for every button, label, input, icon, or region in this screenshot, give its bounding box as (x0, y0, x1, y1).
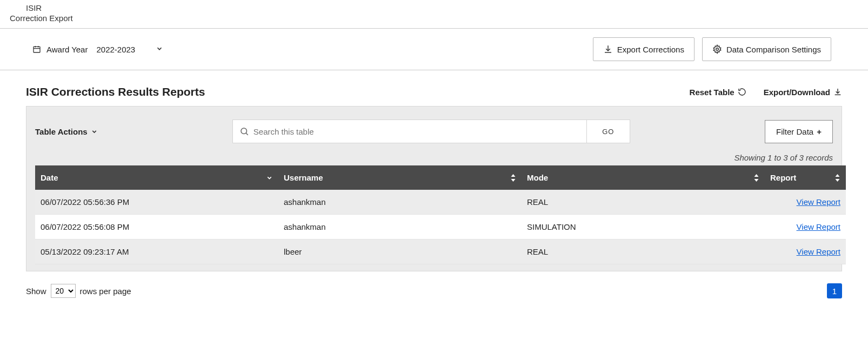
export-corrections-label: Export Corrections (617, 45, 684, 54)
view-report-link[interactable]: View Report (797, 197, 840, 207)
plus-icon: + (817, 127, 822, 136)
filter-data-label: Filter Data (776, 127, 813, 136)
calendar-icon (32, 45, 41, 54)
column-header-username[interactable]: Username (278, 165, 522, 190)
award-year-selector[interactable]: Award Year 2022-2023 (32, 45, 163, 54)
cell-username: lbeer (278, 240, 522, 264)
go-button[interactable]: GO (587, 119, 630, 143)
svg-marker-10 (755, 179, 759, 182)
sort-icon (753, 174, 759, 182)
chevron-down-icon (91, 128, 98, 135)
svg-marker-7 (511, 174, 516, 177)
results-table: Date Username Mode (35, 165, 846, 264)
export-download-label: Export/Download (764, 88, 830, 97)
column-header-mode-label: Mode (527, 173, 548, 182)
chevron-down-icon (156, 45, 163, 54)
column-header-date-label: Date (41, 173, 58, 182)
svg-rect-0 (34, 46, 40, 52)
subbar: Award Year 2022-2023 Export Corrections … (0, 29, 868, 70)
award-year-value: 2022-2023 (96, 45, 135, 54)
cell-date: 06/07/2022 05:56:08 PM (35, 215, 278, 240)
cell-username: ashankman (278, 215, 522, 240)
data-comparison-settings-label: Data Comparison Settings (726, 45, 821, 54)
section-title: ISIR Corrections Results Reports (26, 85, 205, 98)
column-header-report-label: Report (770, 173, 796, 182)
gear-icon (712, 44, 722, 54)
svg-point-4 (716, 48, 719, 51)
search-icon (239, 127, 249, 136)
column-header-username-label: Username (284, 173, 323, 182)
column-header-report[interactable]: Report (765, 165, 846, 190)
svg-marker-11 (836, 174, 840, 177)
page-header: ISIR Correction Export (0, 0, 868, 29)
table-actions-button[interactable]: Table Actions (35, 127, 98, 136)
download-icon (833, 88, 842, 96)
svg-marker-8 (511, 179, 516, 182)
svg-point-5 (241, 128, 247, 134)
data-comparison-settings-button[interactable]: Data Comparison Settings (702, 37, 831, 61)
search-box (232, 119, 587, 143)
table-row: 05/13/2022 09:23:17 AMlbeerREALView Repo… (35, 240, 846, 264)
download-icon (603, 44, 613, 54)
sort-desc-icon (266, 174, 273, 181)
page-1-button[interactable]: 1 (827, 283, 842, 298)
search-input[interactable] (253, 127, 580, 136)
filter-data-button[interactable]: Filter Data + (765, 120, 833, 143)
cell-date: 05/13/2022 09:23:17 AM (35, 240, 278, 264)
view-report-link[interactable]: View Report (797, 247, 840, 256)
rows-per-page-label: rows per page (80, 287, 131, 296)
cell-mode: REAL (522, 190, 765, 215)
column-header-mode[interactable]: Mode (522, 165, 765, 190)
table-row: 06/07/2022 05:56:08 PMashankmanSIMULATIO… (35, 215, 846, 240)
reset-icon (738, 88, 746, 96)
show-label: Show (26, 287, 46, 296)
header-line1: ISIR (10, 3, 868, 12)
reset-table-label: Reset Table (690, 88, 735, 97)
export-corrections-button[interactable]: Export Corrections (593, 37, 695, 61)
award-year-label: Award Year (46, 45, 88, 54)
rows-per-page-select[interactable]: 20 (51, 284, 76, 298)
cell-mode: REAL (522, 240, 765, 264)
reset-table-button[interactable]: Reset Table (690, 88, 746, 97)
table-panel: Table Actions GO Filter Data + Showing 1… (26, 106, 842, 271)
cell-username: ashankman (278, 190, 522, 215)
svg-line-6 (246, 133, 248, 135)
column-header-date[interactable]: Date (35, 165, 278, 190)
export-download-button[interactable]: Export/Download (764, 88, 842, 97)
sort-icon (510, 174, 516, 182)
cell-mode: SIMULATION (522, 215, 765, 240)
records-status: Showing 1 to 3 of 3 records (35, 153, 833, 162)
table-actions-label: Table Actions (35, 127, 88, 136)
sort-icon (834, 174, 840, 182)
table-row: 06/07/2022 05:56:36 PMashankmanREALView … (35, 190, 846, 215)
svg-marker-12 (836, 179, 840, 182)
cell-date: 06/07/2022 05:56:36 PM (35, 190, 278, 215)
svg-marker-9 (755, 174, 759, 177)
header-line2: Correction Export (10, 12, 868, 23)
view-report-link[interactable]: View Report (797, 222, 840, 231)
